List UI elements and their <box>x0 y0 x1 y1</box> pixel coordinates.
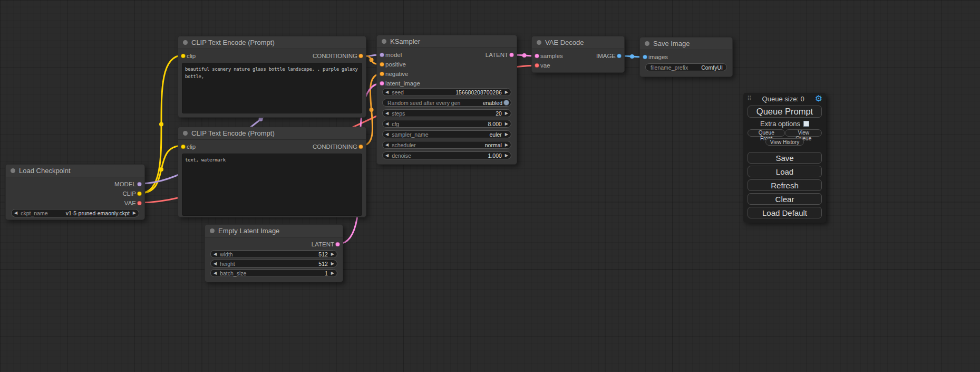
model-output-port[interactable] <box>137 182 142 187</box>
collapse-dot-icon[interactable] <box>210 228 215 233</box>
increment-arrow-icon[interactable]: ▶ <box>331 271 334 275</box>
increment-arrow-icon[interactable]: ▶ <box>505 132 508 137</box>
node-save-image[interactable]: Save Image images filename_prefix ComfyU… <box>639 37 733 77</box>
widget-denoise[interactable]: ◀ denoise 1.000 ▶ <box>382 151 511 159</box>
decrement-arrow-icon[interactable]: ◀ <box>385 143 389 147</box>
increment-arrow-icon[interactable]: ▶ <box>505 154 508 158</box>
increment-arrow-icon[interactable]: ▶ <box>505 143 508 147</box>
decrement-arrow-icon[interactable]: ◀ <box>214 252 217 256</box>
node-title-bar[interactable]: CLIP Text Encode (Prompt) <box>178 36 366 49</box>
clip-input-port[interactable] <box>181 145 186 149</box>
decrement-arrow-icon[interactable]: ◀ <box>385 132 389 137</box>
decrement-arrow-icon[interactable]: ◀ <box>385 154 389 158</box>
output-label-conditioning: CONDITIONING <box>313 144 357 150</box>
node-vae-decode[interactable]: VAE Decode samples IMAGE vae <box>531 36 625 73</box>
output-label-conditioning: CONDITIONING <box>313 53 357 59</box>
widget-random-seed-toggle[interactable]: Random seed after every gen enabled <box>382 99 511 107</box>
collapse-dot-icon[interactable] <box>11 168 15 173</box>
decrement-arrow-icon[interactable]: ◀ <box>385 111 389 116</box>
node-title-bar[interactable]: Save Image <box>640 37 732 50</box>
extra-options-checkbox[interactable] <box>803 121 809 127</box>
widget-value: 512 <box>318 251 328 257</box>
slot-row: VAE <box>6 198 144 208</box>
queue-prompt-button[interactable]: Queue Prompt <box>748 106 822 118</box>
load-button[interactable]: Load <box>748 166 822 177</box>
negative-prompt-textarea[interactable]: text, watermark <box>182 154 362 216</box>
increment-arrow-icon[interactable]: ▶ <box>505 122 508 126</box>
slot-row: negative <box>377 69 517 79</box>
latent-image-input-port[interactable] <box>380 81 384 86</box>
negative-input-port[interactable] <box>380 72 384 77</box>
image-output-port[interactable] <box>617 54 622 59</box>
refresh-button[interactable]: Refresh <box>748 179 822 191</box>
widget-width[interactable]: ◀ width 512 ▶ <box>210 250 337 258</box>
node-title-bar[interactable]: Empty Latent Image <box>205 225 343 237</box>
node-empty-latent-image[interactable]: Empty Latent Image LATENT ◀ width 512 ▶ … <box>205 224 343 282</box>
widget-value: 8.000 <box>488 121 502 127</box>
widget-value: euler <box>489 131 501 138</box>
widget-cfg[interactable]: ◀ cfg 8.000 ▶ <box>382 120 511 128</box>
widget-height[interactable]: ◀ height 512 ▶ <box>210 260 337 268</box>
vae-output-port[interactable] <box>137 201 142 206</box>
positive-input-port[interactable] <box>380 62 384 67</box>
positive-prompt-textarea[interactable]: beautiful scenery nature glass bottle la… <box>182 63 362 113</box>
conditioning-output-port[interactable] <box>358 145 363 149</box>
widget-ckpt-name[interactable]: ◀ ckpt_name v1-5-pruned-emaonly.ckpt ▶ <box>11 209 139 217</box>
view-history-button[interactable]: View History <box>765 138 804 146</box>
queue-size-label: Queue size: 0 <box>762 95 804 103</box>
clear-button[interactable]: Clear <box>748 193 822 205</box>
widget-scheduler[interactable]: ◀ scheduler normal ▶ <box>382 141 511 149</box>
increment-arrow-icon[interactable]: ▶ <box>331 262 334 266</box>
node-title-bar[interactable]: KSampler <box>377 35 517 48</box>
settings-gear-icon[interactable]: ⚙ <box>815 94 822 103</box>
increment-arrow-icon[interactable]: ▶ <box>133 211 136 215</box>
latent-output-port[interactable] <box>509 53 514 58</box>
model-input-port[interactable] <box>380 53 384 58</box>
latent-output-port[interactable] <box>335 242 340 247</box>
decrement-arrow-icon[interactable]: ◀ <box>385 122 389 126</box>
increment-arrow-icon[interactable]: ▶ <box>505 111 508 116</box>
samples-input-port[interactable] <box>535 54 539 59</box>
widget-seed[interactable]: ◀ seed 156680208700286 ▶ <box>382 88 511 96</box>
collapse-dot-icon[interactable] <box>183 40 188 45</box>
drag-handle-icon[interactable]: ⠿ <box>747 95 752 102</box>
node-load-checkpoint[interactable]: Load Checkpoint MODEL CLIP VAE ◀ ckpt_na… <box>5 164 145 220</box>
images-input-port[interactable] <box>643 55 647 60</box>
decrement-arrow-icon[interactable]: ◀ <box>214 262 217 266</box>
increment-arrow-icon[interactable]: ▶ <box>505 90 508 94</box>
vae-input-port[interactable] <box>535 63 539 68</box>
queue-front-button[interactable]: Queue Front <box>748 129 785 137</box>
clip-input-port[interactable] <box>181 54 186 59</box>
collapse-dot-icon[interactable] <box>382 39 386 44</box>
collapse-dot-icon[interactable] <box>183 131 188 136</box>
node-title-bar[interactable]: CLIP Text Encode (Prompt) <box>178 127 366 140</box>
decrement-arrow-icon[interactable]: ◀ <box>14 211 17 215</box>
widget-steps[interactable]: ◀ steps 20 ▶ <box>382 109 511 117</box>
decrement-arrow-icon[interactable]: ◀ <box>214 271 217 275</box>
decrement-arrow-icon[interactable]: ◀ <box>385 90 389 94</box>
node-title-bar[interactable]: VAE Decode <box>532 36 624 49</box>
collapse-dot-icon[interactable] <box>537 40 541 45</box>
widget-label: Random seed after every gen <box>387 100 460 106</box>
widget-label: sampler_name <box>392 131 428 138</box>
view-queue-button[interactable]: View Queue <box>785 129 822 137</box>
increment-arrow-icon[interactable]: ▶ <box>331 252 334 256</box>
node-clip-text-encode-negative[interactable]: CLIP Text Encode (Prompt) clip CONDITION… <box>178 127 366 217</box>
widget-batch-size[interactable]: ◀ batch_size 1 ▶ <box>210 269 337 277</box>
collapse-dot-icon[interactable] <box>645 41 649 46</box>
node-clip-text-encode-positive[interactable]: CLIP Text Encode (Prompt) clip CONDITION… <box>178 36 366 118</box>
input-label-latent-image: latent_image <box>385 80 420 87</box>
clip-output-port[interactable] <box>137 192 142 196</box>
widget-value: enabled <box>483 100 502 106</box>
save-button[interactable]: Save <box>748 152 822 164</box>
widget-label: ckpt_name <box>21 210 47 216</box>
node-title: CLIP Text Encode (Prompt) <box>191 129 275 137</box>
widget-sampler-name[interactable]: ◀ sampler_name euler ▶ <box>382 130 511 138</box>
load-default-button[interactable]: Load Default <box>748 207 822 218</box>
node-title-bar[interactable]: Load Checkpoint <box>6 165 144 177</box>
node-ksampler[interactable]: KSampler model LATENT positive negative … <box>376 35 517 165</box>
conditioning-output-port[interactable] <box>358 54 363 59</box>
widget-filename-prefix[interactable]: filename_prefix ComfyUI <box>645 63 727 71</box>
node-title: Load Checkpoint <box>19 167 71 175</box>
toggle-knob-icon[interactable] <box>503 100 509 106</box>
